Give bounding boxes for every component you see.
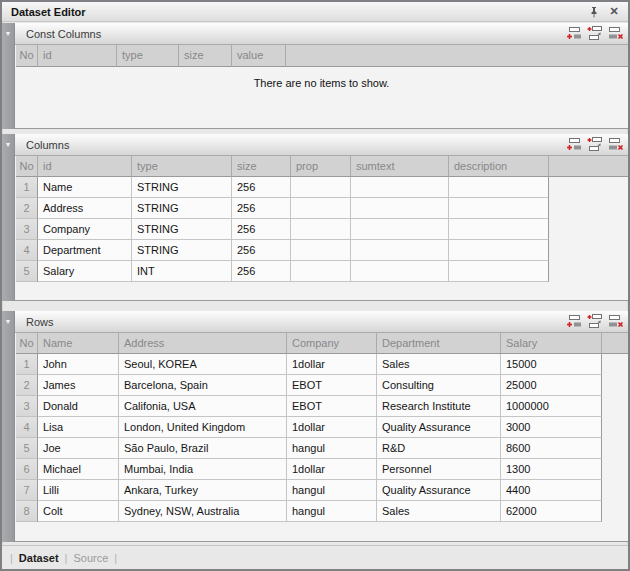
grid-cell-salary[interactable]: 15000 (501, 354, 602, 375)
grid-cell-company[interactable]: EBOT (287, 375, 377, 396)
grid-cell-id[interactable]: Name (38, 177, 132, 198)
collapse-strip[interactable]: ▼ (2, 311, 15, 542)
grid-cell-department[interactable]: Sales (377, 501, 501, 522)
grid-cell-company[interactable]: hangul (287, 501, 377, 522)
grid-cell-salary[interactable]: 8600 (501, 438, 602, 459)
add-row-button[interactable] (565, 313, 583, 330)
grid-cell-description[interactable] (449, 261, 549, 282)
grid-cell-address[interactable]: Mumbai, India (119, 459, 287, 480)
grid-cell-name[interactable]: Lilli (38, 480, 119, 501)
grid-cell-salary[interactable]: 62000 (501, 501, 602, 522)
row-number-cell[interactable]: 1 (16, 354, 38, 375)
grid-cell-type[interactable]: STRING (132, 198, 232, 219)
grid-cell-prop[interactable] (291, 198, 351, 219)
grid-cell-company[interactable]: EBOT (287, 396, 377, 417)
collapse-strip[interactable]: ▼ (2, 134, 15, 301)
grid-cell-department[interactable]: Sales (377, 354, 501, 375)
grid-cell-name[interactable]: James (38, 375, 119, 396)
delete-row-button[interactable] (607, 136, 625, 153)
grid-cell-name[interactable]: Colt (38, 501, 119, 522)
grid-cell-size[interactable]: 256 (232, 198, 291, 219)
grid-cell-description[interactable] (449, 177, 549, 198)
grid-cell-salary[interactable]: 3000 (501, 417, 602, 438)
grid-cell-department[interactable]: Personnel (377, 459, 501, 480)
grid-cell-company[interactable]: hangul (287, 480, 377, 501)
grid-cell-department[interactable]: Research Institute (377, 396, 501, 417)
grid-cell-sumtext[interactable] (351, 240, 449, 261)
grid-cell-size[interactable]: 256 (232, 240, 291, 261)
grid-cell-address[interactable]: Sydney, NSW, Australia (119, 501, 287, 522)
grid-cell-sumtext[interactable] (351, 198, 449, 219)
grid-cell-sumtext[interactable] (351, 177, 449, 198)
row-number-cell[interactable]: 3 (16, 396, 38, 417)
row-number-cell[interactable]: 2 (16, 198, 38, 219)
grid-cell-company[interactable]: 1dollar (287, 354, 377, 375)
delete-row-button[interactable] (607, 25, 625, 42)
grid-cell-name[interactable]: Donald (38, 396, 119, 417)
grid-cell-address[interactable]: Califonia, USA (119, 396, 287, 417)
row-number-cell[interactable]: 4 (16, 417, 38, 438)
grid-cell-company[interactable]: 1dollar (287, 459, 377, 480)
grid-cell-type[interactable]: STRING (132, 177, 232, 198)
grid-cell-address[interactable]: Ankara, Turkey (119, 480, 287, 501)
grid-cell-address[interactable]: London, United Kingdom (119, 417, 287, 438)
grid-cell-department[interactable]: R&D (377, 438, 501, 459)
grid-cell-size[interactable]: 256 (232, 177, 291, 198)
grid-cell-salary[interactable]: 4400 (501, 480, 602, 501)
tab-source[interactable]: Source (73, 552, 108, 564)
pin-icon[interactable] (586, 4, 602, 19)
row-number-cell[interactable]: 5 (16, 261, 38, 282)
grid-cell-name[interactable]: Joe (38, 438, 119, 459)
row-number-cell[interactable]: 3 (16, 219, 38, 240)
delete-row-button[interactable] (607, 313, 625, 330)
grid-cell-company[interactable]: hangul (287, 438, 377, 459)
grid-cell-size[interactable]: 256 (232, 261, 291, 282)
grid-cell-sumtext[interactable] (351, 219, 449, 240)
grid-cell-id[interactable]: Salary (38, 261, 132, 282)
insert-row-button[interactable] (586, 25, 604, 42)
grid-cell-name[interactable]: Michael (38, 459, 119, 480)
insert-row-button[interactable] (586, 313, 604, 330)
grid-cell-name[interactable]: John (38, 354, 119, 375)
row-number-cell[interactable]: 5 (16, 438, 38, 459)
grid-cell-prop[interactable] (291, 219, 351, 240)
grid-cell-address[interactable]: São Paulo, Brazil (119, 438, 287, 459)
section-header-const-columns[interactable]: Const Columns (15, 23, 628, 45)
close-icon[interactable]: ✕ (606, 4, 622, 19)
grid-cell-prop[interactable] (291, 177, 351, 198)
grid-cell-id[interactable]: Department (38, 240, 132, 261)
add-row-button[interactable] (565, 25, 583, 42)
row-number-cell[interactable]: 2 (16, 375, 38, 396)
grid-cell-department[interactable]: Consulting (377, 375, 501, 396)
row-number-cell[interactable]: 1 (16, 177, 38, 198)
grid-cell-description[interactable] (449, 198, 549, 219)
grid-cell-type[interactable]: STRING (132, 219, 232, 240)
grid-cell-id[interactable]: Address (38, 198, 132, 219)
add-row-button[interactable] (565, 136, 583, 153)
collapse-strip[interactable]: ▼ (2, 23, 15, 129)
grid-cell-type[interactable]: INT (132, 261, 232, 282)
row-number-cell[interactable]: 7 (16, 480, 38, 501)
grid-cell-address[interactable]: Seoul, KOREA (119, 354, 287, 375)
grid-cell-company[interactable]: 1dollar (287, 417, 377, 438)
grid-cell-address[interactable]: Barcelona, Spain (119, 375, 287, 396)
grid-cell-size[interactable]: 256 (232, 219, 291, 240)
grid-cell-salary[interactable]: 1000000 (501, 396, 602, 417)
grid-cell-description[interactable] (449, 219, 549, 240)
grid-cell-id[interactable]: Company (38, 219, 132, 240)
row-number-cell[interactable]: 6 (16, 459, 38, 480)
row-number-cell[interactable]: 8 (16, 501, 38, 522)
grid-cell-description[interactable] (449, 240, 549, 261)
section-header-columns[interactable]: Columns (15, 134, 628, 156)
grid-cell-salary[interactable]: 25000 (501, 375, 602, 396)
grid-cell-department[interactable]: Quality Assurance (377, 480, 501, 501)
grid-cell-prop[interactable] (291, 261, 351, 282)
grid-cell-type[interactable]: STRING (132, 240, 232, 261)
tab-dataset[interactable]: Dataset (19, 552, 59, 564)
grid-cell-prop[interactable] (291, 240, 351, 261)
section-header-rows[interactable]: Rows (15, 311, 628, 333)
grid-cell-name[interactable]: Lisa (38, 417, 119, 438)
insert-row-button[interactable] (586, 136, 604, 153)
grid-cell-salary[interactable]: 1300 (501, 459, 602, 480)
grid-cell-sumtext[interactable] (351, 261, 449, 282)
